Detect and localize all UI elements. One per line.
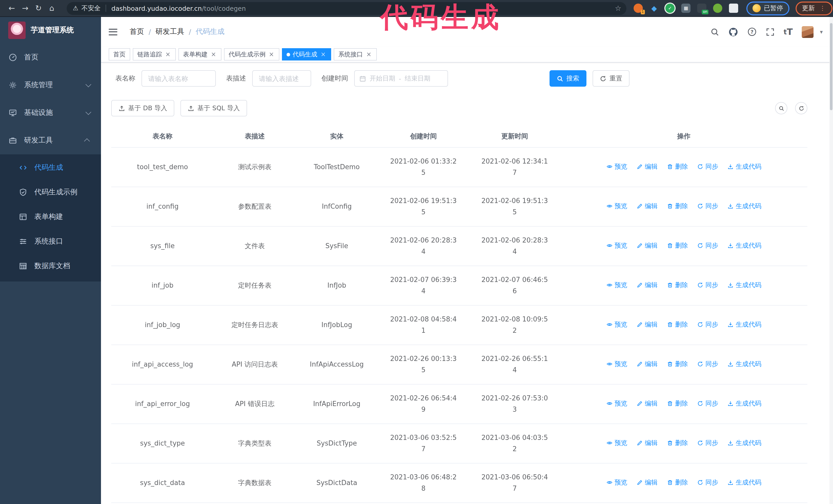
delete-button[interactable]: 删除 — [667, 358, 688, 370]
edit-button[interactable]: 编辑 — [637, 161, 658, 172]
sync-button[interactable]: 同步 — [697, 200, 718, 212]
check-extension-icon[interactable]: ✓ — [665, 4, 674, 13]
delete-button[interactable]: 删除 — [667, 280, 688, 291]
delete-button[interactable]: 删除 — [667, 477, 688, 488]
generate-code-button[interactable]: 生成代码 — [728, 358, 761, 370]
user-avatar[interactable] — [802, 26, 814, 38]
sync-button[interactable]: 同步 — [697, 398, 718, 409]
sidebar-item-codegen-example[interactable]: 代码生成示例 — [0, 180, 101, 205]
close-icon[interactable] — [165, 51, 171, 58]
preview-button[interactable]: 预览 — [606, 240, 627, 251]
home-icon[interactable]: ⌂ — [45, 4, 58, 13]
close-icon[interactable] — [268, 51, 275, 58]
generate-code-button[interactable]: 生成代码 — [728, 200, 761, 212]
import-db-button[interactable]: 基于 DB 导入 — [111, 100, 174, 116]
generate-code-button[interactable]: 生成代码 — [728, 437, 761, 449]
sync-button[interactable]: 同步 — [697, 161, 718, 172]
reload-icon[interactable]: ↻ — [32, 4, 45, 13]
edit-button[interactable]: 编辑 — [637, 240, 658, 251]
preview-button[interactable]: 预览 — [606, 161, 627, 172]
sidebar-item-form-builder[interactable]: 表单构建 — [0, 205, 101, 229]
preview-button[interactable]: 预览 — [606, 437, 627, 449]
tab-form-builder[interactable]: 表单构建 — [178, 48, 221, 61]
address-bar[interactable]: ⚠ 不安全 dashboard.yudao.iocoder.cn /tool/c… — [67, 2, 626, 15]
delete-button[interactable]: 删除 — [667, 240, 688, 251]
fullscreen-icon[interactable] — [766, 27, 774, 36]
preview-button[interactable]: 预览 — [606, 280, 627, 291]
preview-button[interactable]: 预览 — [606, 319, 627, 330]
tab-home[interactable]: 首页 — [109, 48, 130, 61]
sidebar-logo-row[interactable]: 芋道管理系统 — [0, 17, 101, 44]
generate-code-button[interactable]: 生成代码 — [728, 280, 761, 291]
delete-button[interactable]: 删除 — [667, 200, 688, 212]
browser-update-button[interactable]: 更新 ⋮ — [795, 1, 832, 15]
search-icon[interactable] — [710, 27, 719, 36]
sync-button[interactable]: 同步 — [697, 477, 718, 488]
generate-code-button[interactable]: 生成代码 — [728, 398, 761, 409]
preview-button[interactable]: 预览 — [606, 200, 627, 212]
generate-code-button[interactable]: 生成代码 — [728, 319, 761, 330]
grid-extension-icon[interactable]: ▦ — [681, 4, 690, 13]
kebab-menu-icon[interactable]: ⋮ — [819, 5, 826, 12]
font-size-icon[interactable]: tT — [784, 27, 793, 37]
edit-button[interactable]: 编辑 — [637, 398, 658, 409]
close-icon[interactable] — [365, 51, 372, 58]
edit-button[interactable]: 编辑 — [637, 477, 658, 488]
table-name-input[interactable] — [142, 70, 216, 87]
sync-button[interactable]: 同步 — [697, 437, 718, 449]
date-range-picker[interactable]: 开始日期 - 结束日期 — [354, 70, 448, 87]
person-extension-icon[interactable] — [713, 4, 722, 13]
bookmark-star-icon[interactable]: ☆ — [615, 4, 621, 12]
close-icon[interactable] — [210, 51, 217, 58]
sync-button[interactable]: 同步 — [697, 358, 718, 370]
page-scrollbar[interactable] — [829, 17, 833, 504]
sidebar-item-system-api[interactable]: 系统接口 — [0, 229, 101, 254]
browser-profile-chip[interactable]: 已暂停 — [746, 1, 789, 15]
search-button[interactable]: 搜索 — [549, 70, 587, 87]
help-icon[interactable]: ? — [747, 27, 756, 37]
preview-button[interactable]: 预览 — [606, 358, 627, 370]
edit-button[interactable]: 编辑 — [637, 280, 658, 291]
tab-system-api[interactable]: 系统接口 — [334, 48, 377, 61]
scrollbar-thumb[interactable] — [830, 23, 832, 110]
delete-button[interactable]: 删除 — [667, 398, 688, 409]
tab-codegen[interactable]: 代码生成 — [282, 48, 331, 61]
preview-button[interactable]: 预览 — [606, 477, 627, 488]
generate-code-button[interactable]: 生成代码 — [728, 161, 761, 172]
table-desc-input[interactable] — [252, 70, 311, 87]
breadcrumb-home[interactable]: 首页 — [130, 27, 144, 37]
breadcrumb-dev-tools[interactable]: 研发工具 — [156, 27, 184, 37]
sidebar-item-infrastructure[interactable]: 基础设施 — [0, 99, 101, 127]
forward-icon[interactable]: → — [19, 4, 32, 13]
caret-down-icon[interactable]: ▾ — [820, 28, 823, 35]
edit-button[interactable]: 编辑 — [637, 319, 658, 330]
puzzle-extensions-icon[interactable] — [729, 4, 738, 13]
close-icon[interactable] — [320, 51, 327, 58]
reset-button[interactable]: 重置 — [593, 70, 629, 87]
back-icon[interactable]: ← — [5, 4, 19, 13]
sidebar-item-dev-tools[interactable]: 研发工具 — [0, 127, 101, 154]
edit-button[interactable]: 编辑 — [637, 358, 658, 370]
sync-button[interactable]: 同步 — [697, 240, 718, 251]
sync-button[interactable]: 同步 — [697, 280, 718, 291]
sidebar-item-db-doc[interactable]: 数据库文档 — [0, 254, 101, 279]
toggle-search-button[interactable] — [775, 102, 787, 114]
gem-extension-icon[interactable]: ◆ — [649, 4, 659, 13]
delete-button[interactable]: 删除 — [667, 161, 688, 172]
preview-button[interactable]: 预览 — [606, 398, 627, 409]
edit-button[interactable]: 编辑 — [637, 437, 658, 449]
extension-icon[interactable]: 1 — [634, 4, 643, 13]
edit-button[interactable]: 编辑 — [637, 200, 658, 212]
sidebar-item-codegen[interactable]: 代码生成 — [0, 155, 101, 180]
sidebar-item-system-management[interactable]: 系统管理 — [0, 71, 101, 99]
refresh-table-button[interactable] — [795, 102, 807, 114]
menu-fold-icon[interactable] — [109, 28, 117, 35]
delete-button[interactable]: 删除 — [667, 437, 688, 449]
generate-code-button[interactable]: 生成代码 — [728, 240, 761, 251]
sidebar-item-home[interactable]: 首页 — [0, 44, 101, 71]
proxy-extension-icon[interactable]: on — [697, 4, 706, 13]
tab-codegen-example[interactable]: 代码生成示例 — [224, 48, 279, 61]
generate-code-button[interactable]: 生成代码 — [728, 477, 761, 488]
github-icon[interactable] — [728, 27, 738, 37]
delete-button[interactable]: 删除 — [667, 319, 688, 330]
